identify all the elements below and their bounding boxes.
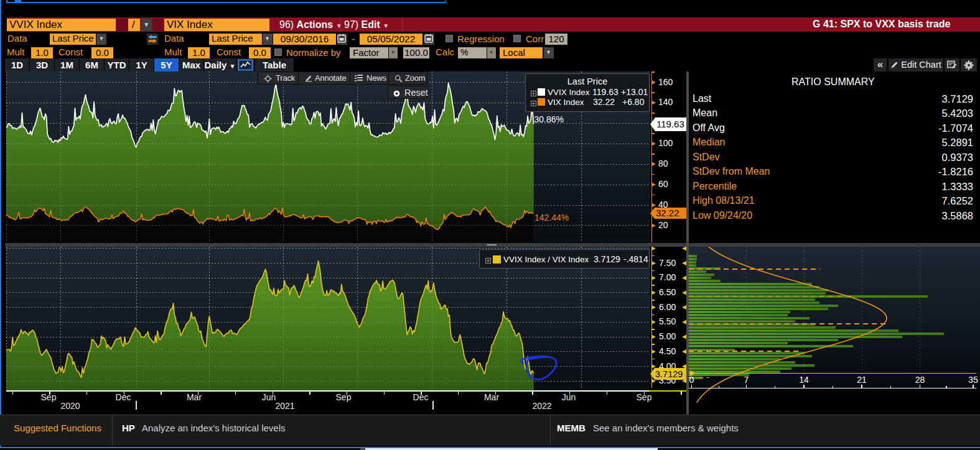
svg-text:32.22: 32.22 bbox=[656, 208, 679, 218]
svg-text:3.7129: 3.7129 bbox=[655, 369, 683, 379]
svg-text:119.63: 119.63 bbox=[656, 119, 684, 129]
